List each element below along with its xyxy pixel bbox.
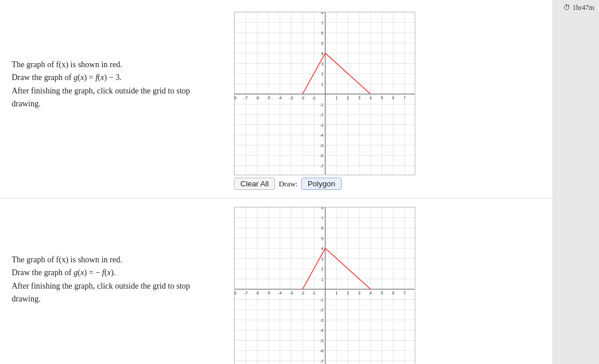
controls-1: Clear All Draw: Polygon [234,178,342,190]
problem-text-1: The graph of f(x) is shown in red. Draw … [12,12,222,111]
problem-section-2: The graph of f(x) is shown in red. Draw … [0,201,552,364]
sidebar-right: ⏱ 1hr47m [552,0,599,364]
problem-section-1: The graph of f(x) is shown in red. Draw … [0,6,552,196]
problem1-line4: drawing. [12,98,222,110]
grid-container-2 [234,207,415,364]
timer-icon: ⏱ [563,4,570,12]
problem2-line3: After finishing the graph, click outside… [12,280,222,293]
problem2-line2: Draw the graph of g(x) = − f(x). [12,266,222,279]
graph-canvas-2[interactable] [235,207,415,364]
grid-container-1 [234,12,415,175]
problem2-line1: The graph of f(x) is shown in red. [12,254,222,266]
problem-text-2: The graph of f(x) is shown in red. Draw … [12,207,222,306]
polygon-button-1[interactable]: Polygon [301,178,342,190]
problem2-line4: drawing. [12,293,222,306]
problem1-line3: After finishing the graph, click outside… [12,85,222,98]
graph-area-2: Clear All Draw: Polygon [234,207,415,364]
graph-area-1: Clear All Draw: Polygon [234,12,415,190]
timer-value: 1hr47m [573,4,594,12]
problem1-line2: Draw the graph of g(x) = f(x) − 3. [12,71,222,84]
clear-all-button-1[interactable]: Clear All [234,178,275,190]
problem1-line1: The graph of f(x) is shown in red. [12,58,222,71]
draw-label-1: Draw: [278,179,298,189]
timer-display: ⏱ 1hr47m [563,4,594,12]
graph-canvas-1[interactable] [235,12,415,175]
section-divider [0,198,552,199]
main-content: The graph of f(x) is shown in red. Draw … [0,0,552,364]
